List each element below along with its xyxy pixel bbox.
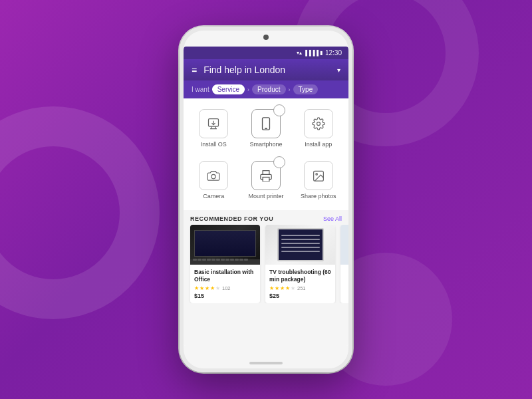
service-install-os[interactable]: Install OS bbox=[189, 104, 239, 153]
card-basic-installation[interactable]: Basic installation with Office ★ ★ ★ ★ ★… bbox=[190, 225, 260, 303]
phone-screen: ▾▴ ▐▐▐▐ ▮ 12:30 ≡ Find help in London ▾ … bbox=[184, 47, 348, 346]
card-partial-image bbox=[340, 225, 348, 265]
share-photos-icon bbox=[312, 170, 325, 182]
recommended-title: RECOMMENDED FOR YOU bbox=[190, 215, 273, 222]
service-camera[interactable]: Camera bbox=[189, 156, 239, 205]
header-title: Find help in London bbox=[203, 65, 331, 75]
services-grid: Install OS Smartphone bbox=[184, 98, 348, 210]
phone-home-indicator bbox=[249, 362, 283, 364]
star-c2-4: ★ bbox=[285, 285, 290, 291]
location-dropdown[interactable]: ▾ bbox=[337, 66, 340, 74]
cards-row: Basic installation with Office ★ ★ ★ ★ ★… bbox=[184, 225, 348, 303]
bg-circle-1 bbox=[0, 106, 160, 319]
card-partial bbox=[340, 225, 348, 303]
breadcrumb-sep-2: › bbox=[289, 86, 291, 93]
tablet-line-5 bbox=[281, 251, 320, 252]
card-price-1: $15 bbox=[194, 293, 256, 299]
svg-point-5 bbox=[317, 122, 320, 126]
app-header: ≡ Find help in London ▾ bbox=[184, 59, 348, 80]
service-smartphone[interactable]: Smartphone bbox=[241, 104, 291, 153]
recommended-header: RECOMMENDED FOR YOU See All bbox=[184, 210, 348, 225]
phone-camera bbox=[263, 35, 269, 40]
card-body-2: TV troubleshooting (60 min package) ★ ★ … bbox=[265, 265, 335, 303]
battery-icon: ▮ bbox=[320, 50, 323, 56]
card-title-2: TV troubleshooting (60 min package) bbox=[269, 269, 331, 283]
svg-point-9 bbox=[316, 174, 317, 175]
camera-icon-wrap bbox=[199, 161, 228, 190]
install-os-icon-wrap bbox=[199, 109, 228, 138]
tablet-line-1 bbox=[281, 235, 320, 236]
breadcrumb-type[interactable]: Type bbox=[293, 84, 319, 94]
svg-rect-7 bbox=[263, 177, 269, 182]
hamburger-icon[interactable]: ≡ bbox=[192, 65, 197, 75]
signal-icons: ▾▴ ▐▐▐▐ ▮ bbox=[297, 50, 323, 56]
install-os-icon bbox=[207, 117, 220, 130]
install-app-label: Install app bbox=[305, 141, 332, 148]
wifi-icon: ▾▴ bbox=[297, 50, 302, 56]
breadcrumb-sep-1: › bbox=[247, 86, 249, 93]
smartphone-icon-wrap bbox=[251, 109, 281, 138]
tablet-line-2 bbox=[281, 239, 320, 240]
svg-point-6 bbox=[211, 174, 215, 178]
review-count-1: 102 bbox=[222, 285, 231, 291]
card-laptop-image bbox=[190, 225, 260, 265]
card-title-1: Basic installation with Office bbox=[194, 269, 256, 283]
breadcrumb-product[interactable]: Product bbox=[252, 84, 285, 94]
camera-label: Camera bbox=[203, 193, 224, 200]
review-count-2: 251 bbox=[297, 285, 306, 291]
status-bar: ▾▴ ▐▐▐▐ ▮ 12:30 bbox=[184, 47, 348, 59]
card-body-1: Basic installation with Office ★ ★ ★ ★ ★… bbox=[190, 265, 260, 303]
card-price-2: $25 bbox=[269, 293, 331, 299]
share-photos-label: Share photos bbox=[301, 193, 336, 200]
star-c2-3: ★ bbox=[280, 285, 285, 291]
card-stars-2: ★ ★ ★ ★ ★ 251 bbox=[269, 285, 331, 291]
install-app-icon bbox=[312, 117, 325, 130]
service-mount-printer[interactable]: Mount printer bbox=[241, 156, 291, 205]
star-3: ★ bbox=[205, 285, 209, 291]
star-4: ★ bbox=[210, 285, 215, 291]
service-install-app[interactable]: Install app bbox=[293, 104, 343, 153]
camera-icon bbox=[207, 170, 220, 181]
recommended-section: RECOMMENDED FOR YOU See All bbox=[184, 210, 348, 346]
breadcrumb-service[interactable]: Service bbox=[212, 84, 245, 94]
install-os-label: Install OS bbox=[201, 141, 227, 148]
phone-shell: ▾▴ ▐▐▐▐ ▮ 12:30 ≡ Find help in London ▾ … bbox=[180, 27, 352, 372]
signal-bars: ▐▐▐▐ bbox=[303, 50, 319, 56]
tablet-line-4 bbox=[281, 247, 320, 248]
tablet-screen bbox=[277, 228, 324, 261]
star-c2-1: ★ bbox=[269, 285, 274, 291]
star-c2-5: ★ bbox=[291, 285, 295, 291]
breadcrumb-bar: I want Service › Product › Type bbox=[184, 80, 348, 98]
card-tablet-image bbox=[265, 225, 335, 265]
star-1: ★ bbox=[194, 285, 199, 291]
share-photos-icon-wrap bbox=[304, 161, 333, 190]
mount-printer-label: Mount printer bbox=[248, 193, 283, 200]
star-c2-2: ★ bbox=[275, 285, 279, 291]
install-app-icon-wrap bbox=[304, 109, 333, 138]
see-all-button[interactable]: See All bbox=[323, 215, 342, 222]
printer-icon-wrap bbox=[251, 161, 281, 190]
star-2: ★ bbox=[200, 285, 204, 291]
svg-rect-3 bbox=[263, 118, 270, 130]
card-stars-1: ★ ★ ★ ★ ★ 102 bbox=[194, 285, 256, 291]
status-time: 12:30 bbox=[325, 49, 342, 57]
star-5: ★ bbox=[215, 285, 220, 291]
smartphone-icon bbox=[261, 117, 271, 130]
laptop-keys bbox=[193, 259, 257, 263]
smartphone-label: Smartphone bbox=[249, 141, 282, 148]
i-want-label: I want bbox=[192, 86, 209, 93]
printer-icon bbox=[259, 170, 273, 182]
tablet-line-3 bbox=[281, 243, 320, 244]
service-share-photos[interactable]: Share photos bbox=[293, 156, 343, 205]
card-tv-troubleshooting[interactable]: TV troubleshooting (60 min package) ★ ★ … bbox=[265, 225, 335, 303]
